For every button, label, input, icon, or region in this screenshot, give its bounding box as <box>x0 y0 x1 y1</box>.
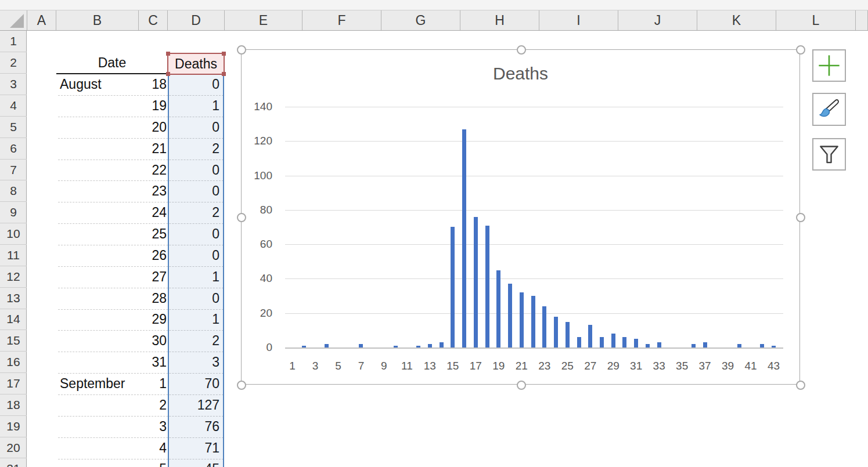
bar-series-deaths[interactable] <box>634 339 638 347</box>
y-axis-tick-label[interactable]: 20 <box>242 306 272 320</box>
row-header-20[interactable]: 20 <box>0 437 27 459</box>
row-header-18[interactable]: 18 <box>0 394 27 416</box>
day-cell[interactable]: 3 <box>87 416 167 437</box>
x-axis-tick-label[interactable]: 5 <box>326 359 350 373</box>
range-handle[interactable] <box>222 52 226 56</box>
row-header-11[interactable]: 11 <box>0 245 27 266</box>
row-header-2[interactable]: 2 <box>0 52 27 74</box>
chart-filters-button[interactable] <box>812 138 846 171</box>
x-axis-tick-label[interactable]: 7 <box>350 359 373 373</box>
bar-series-deaths[interactable] <box>531 296 535 347</box>
bar-series-deaths[interactable] <box>760 344 764 347</box>
row-header-1[interactable]: 1 <box>0 31 27 53</box>
day-cell[interactable]: 21 <box>87 138 167 160</box>
x-axis-tick-label[interactable]: 13 <box>418 359 441 373</box>
x-axis-tick-label[interactable]: 37 <box>693 359 716 373</box>
day-cell[interactable]: 27 <box>87 266 167 288</box>
x-axis-tick-label[interactable]: 29 <box>602 359 625 373</box>
x-axis-tick-label[interactable]: 1 <box>281 359 304 373</box>
bar-series-deaths[interactable] <box>440 342 444 347</box>
y-axis-tick-label[interactable]: 0 <box>242 341 272 354</box>
x-axis-tick-label[interactable]: 31 <box>625 359 648 373</box>
deaths-column-header-cell[interactable]: Deaths <box>167 53 225 75</box>
select-all-button[interactable] <box>0 10 27 30</box>
bar-series-deaths[interactable] <box>508 284 512 347</box>
bar-series-deaths[interactable] <box>485 226 489 347</box>
bar-series-deaths[interactable] <box>542 306 546 347</box>
day-cell[interactable]: 25 <box>87 223 167 245</box>
range-handle[interactable] <box>222 72 226 76</box>
x-axis-tick-label[interactable]: 25 <box>556 359 579 373</box>
bar-series-deaths[interactable] <box>428 344 432 347</box>
day-cell[interactable]: 4 <box>87 437 167 459</box>
row-header-13[interactable]: 13 <box>0 288 27 309</box>
deaths-bar-chart[interactable]: Deaths 140120100806040200135791113151719… <box>241 49 800 385</box>
column-header-B[interactable]: B <box>56 10 139 30</box>
bar-series-deaths[interactable] <box>600 337 604 347</box>
y-axis-tick-label[interactable]: 60 <box>242 237 272 251</box>
bar-series-deaths[interactable] <box>359 344 363 347</box>
range-handle[interactable] <box>166 72 170 76</box>
column-header-J[interactable]: J <box>618 10 697 30</box>
column-header-H[interactable]: H <box>460 10 539 30</box>
row-header-17[interactable]: 17 <box>0 373 27 394</box>
day-cell[interactable]: 2 <box>87 394 167 416</box>
bar-series-deaths[interactable] <box>646 344 650 347</box>
day-cell[interactable]: 30 <box>87 330 167 352</box>
x-axis-tick-label[interactable]: 17 <box>464 359 487 373</box>
column-header-C[interactable]: C <box>139 10 168 30</box>
bar-series-deaths[interactable] <box>622 337 626 347</box>
bar-series-deaths[interactable] <box>588 325 592 347</box>
x-axis-tick-label[interactable]: 39 <box>716 359 740 373</box>
day-cell[interactable]: 22 <box>87 160 167 181</box>
day-cell[interactable]: 1 <box>87 373 167 394</box>
bar-series-deaths[interactable] <box>566 322 570 347</box>
chart-resize-handle[interactable] <box>237 213 246 222</box>
column-header-partial[interactable] <box>856 10 868 30</box>
chart-resize-handle[interactable] <box>237 45 246 55</box>
row-header-3[interactable]: 3 <box>0 74 27 95</box>
bar-series-deaths[interactable] <box>772 346 776 347</box>
x-axis-tick-label[interactable]: 21 <box>510 359 533 373</box>
x-axis-tick-label[interactable]: 3 <box>304 359 327 373</box>
bar-series-deaths[interactable] <box>691 344 696 347</box>
chart-title[interactable]: Deaths <box>242 64 799 84</box>
day-cell[interactable]: 18 <box>87 74 167 95</box>
day-cell[interactable]: 29 <box>87 309 167 331</box>
y-axis-tick-label[interactable]: 120 <box>242 134 272 148</box>
bar-series-deaths[interactable] <box>394 346 398 347</box>
date-column-header-cell[interactable]: Date <box>56 52 168 74</box>
row-header-16[interactable]: 16 <box>0 352 27 373</box>
bar-series-deaths[interactable] <box>703 342 707 347</box>
chart-resize-handle[interactable] <box>796 381 805 390</box>
row-header-6[interactable]: 6 <box>0 138 27 160</box>
chart-resize-handle[interactable] <box>796 45 805 55</box>
column-header-E[interactable]: E <box>225 10 302 30</box>
chart-resize-handle[interactable] <box>237 381 246 390</box>
bar-series-deaths[interactable] <box>416 346 420 347</box>
column-header-F[interactable]: F <box>302 10 381 30</box>
day-cell[interactable]: 20 <box>87 117 167 138</box>
bar-series-deaths[interactable] <box>302 346 306 347</box>
column-header-K[interactable]: K <box>697 10 776 30</box>
column-header-D[interactable]: D <box>168 10 225 30</box>
row-header-7[interactable]: 7 <box>0 160 27 181</box>
day-cell[interactable]: 28 <box>87 288 167 309</box>
day-cell[interactable]: 5 <box>87 459 167 467</box>
bar-series-deaths[interactable] <box>325 344 329 347</box>
bar-series-deaths[interactable] <box>737 344 741 347</box>
row-header-15[interactable]: 15 <box>0 330 27 352</box>
row-header-5[interactable]: 5 <box>0 117 27 138</box>
chart-resize-handle[interactable] <box>517 45 526 55</box>
x-axis-tick-label[interactable]: 19 <box>487 359 510 373</box>
chart-styles-button[interactable] <box>812 93 846 126</box>
row-header-9[interactable]: 9 <box>0 202 27 223</box>
day-cell[interactable]: 24 <box>87 202 167 223</box>
x-axis-tick-label[interactable]: 43 <box>762 359 786 373</box>
x-axis-tick-label[interactable]: 33 <box>647 359 671 373</box>
column-header-G[interactable]: G <box>381 10 460 30</box>
row-header-19[interactable]: 19 <box>0 416 27 437</box>
bar-series-deaths[interactable] <box>657 342 661 347</box>
bar-series-deaths[interactable] <box>554 317 558 347</box>
x-axis-tick-label[interactable]: 9 <box>372 359 395 373</box>
